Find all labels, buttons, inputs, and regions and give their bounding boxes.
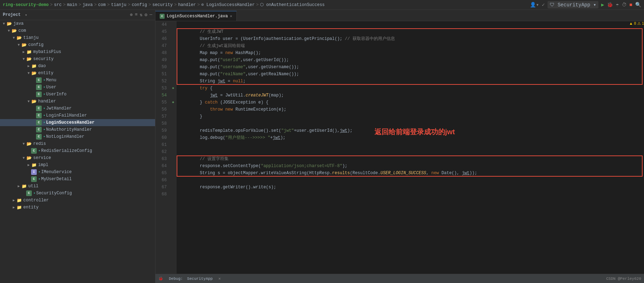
scope-icon[interactable]: ⊕: [130, 12, 133, 18]
line-num-66: 66: [158, 177, 167, 184]
label-user: User: [46, 85, 57, 90]
stop-button[interactable]: ■: [630, 2, 632, 8]
line-num-62: 62: [158, 148, 167, 155]
tree-item[interactable]: redis: [0, 140, 155, 147]
folder-icon-service: [26, 155, 32, 161]
breadcrumb-config[interactable]: config: [132, 2, 147, 7]
arrow-handler: [26, 100, 31, 104]
tab-bar: C LoginSuccessHandler.java ✕: [155, 10, 644, 21]
breadcrumb-main[interactable]: main: [67, 2, 77, 7]
debug-icon: 🐞: [158, 276, 163, 281]
debug-button[interactable]: 🐞: [607, 2, 613, 8]
visibility-icon-redisserializeconfig: •: [38, 149, 41, 153]
breadcrumb-class[interactable]: ⊙ LoginSuccessHandler: [201, 2, 255, 7]
code-line-51: map.put("realName",user.getRealName());: [179, 71, 641, 78]
label-imenuservice: IMenuService: [41, 170, 72, 175]
tree-item[interactable]: config: [0, 41, 155, 48]
tab-loginsuccesshandler[interactable]: C LoginSuccessHandler.java ✕: [155, 11, 237, 21]
tree-item[interactable]: C • Menu: [0, 77, 155, 84]
tree-item[interactable]: C • LoginFailHandler: [0, 112, 155, 119]
breadcrumb-security[interactable]: security: [152, 2, 173, 7]
collapse-all-icon[interactable]: ≡: [135, 12, 138, 18]
tab-close-button[interactable]: ✕: [230, 14, 232, 18]
tree-item[interactable]: java: [0, 20, 155, 27]
profile-icon[interactable]: 👤▾: [530, 2, 539, 8]
folder-icon-java: [6, 21, 12, 26]
breadcrumb-project[interactable]: ring-security-demo: [3, 2, 49, 7]
tree-item[interactable]: com: [0, 27, 155, 34]
line-num-49: 49: [158, 57, 167, 64]
code-line-61: [179, 141, 641, 148]
interface-icon-imenuservice: I: [31, 169, 37, 175]
line-num-53: 53: [158, 85, 167, 92]
tree-item[interactable]: C • MyUserDetail: [0, 176, 155, 183]
top-bar: ring-security-demo > src > main > java >…: [0, 0, 644, 10]
visibility-icon-user: •: [43, 85, 46, 89]
tree-item[interactable]: C • RedisSerializeConfig: [0, 147, 155, 154]
run-config-dropdown[interactable]: 🛡 SecurityApp ▾: [548, 1, 598, 8]
breadcrumb-method[interactable]: ⬡ onAuthenticationSuccess: [260, 2, 325, 7]
breadcrumb-com[interactable]: com: [98, 2, 106, 7]
tree-item[interactable]: handler: [0, 98, 155, 105]
sidebar-dropdown[interactable]: ▾: [25, 13, 27, 17]
close-debug-icon[interactable]: ✕: [218, 276, 221, 281]
tree-item[interactable]: service: [0, 154, 155, 161]
folder-icon-impl: [31, 162, 37, 168]
coverage-button[interactable]: ☂: [616, 2, 619, 8]
main-area: Project ▾ ⊕ ≡ ⇅ ⚙ — java com tianju: [0, 10, 644, 283]
tree-item[interactable]: controller: [0, 197, 155, 204]
tree-item[interactable]: mybatisPlus: [0, 48, 155, 55]
tree-item[interactable]: dao: [0, 63, 155, 70]
folder-icon-controller: [16, 197, 22, 203]
label-jwthandler: JwtHandler: [46, 106, 72, 111]
line-num-45: 45: [158, 28, 167, 35]
settings-icon[interactable]: ⚙: [144, 12, 147, 18]
run-button[interactable]: ▶: [601, 2, 604, 8]
bottom-right: CSDN @Perley620: [606, 277, 641, 281]
tree-item[interactable]: C • NoAuthorityHandler: [0, 126, 155, 133]
tree-item[interactable]: C • SecurityConfig: [0, 190, 155, 197]
line-num-55: 55: [158, 99, 167, 106]
code-line-53: try {: [179, 85, 641, 92]
folder-icon-handler: [31, 99, 37, 104]
class-icon-user: C: [36, 84, 42, 90]
tree-item[interactable]: entity: [0, 70, 155, 77]
profile-button[interactable]: ⏱: [622, 2, 627, 8]
visibility-icon-loginfailhandler: •: [43, 113, 46, 118]
breadcrumb-java[interactable]: java: [83, 2, 93, 7]
tree-item[interactable]: C • User: [0, 84, 155, 91]
vcs-icon[interactable]: ✓: [542, 2, 545, 8]
tab-label: LoginSuccessHandler.java: [167, 14, 228, 19]
class-icon-myuserdetail: C: [31, 176, 37, 182]
class-icon-loginsuccesshandler: C: [36, 120, 42, 125]
search-everywhere-icon[interactable]: 🔍: [635, 2, 641, 8]
sidebar-actions: ⊕ ≡ ⇅ ⚙ —: [130, 12, 152, 18]
gutter: ◆ ◆: [170, 21, 177, 274]
visibility-icon-loginsuccesshandler: •: [43, 120, 46, 125]
tree-item[interactable]: tianju: [0, 34, 155, 41]
tree-item[interactable]: C • NotLoginHandler: [0, 133, 155, 140]
arrow-security: [21, 57, 26, 61]
tree-item[interactable]: security: [0, 55, 155, 63]
breadcrumb-src[interactable]: src: [54, 2, 62, 7]
tree-item[interactable]: impl: [0, 161, 155, 169]
tree-item[interactable]: util: [0, 183, 155, 190]
class-icon-jwthandler: C: [36, 106, 42, 111]
tree-item[interactable]: I • IMenuService: [0, 169, 155, 176]
code-panel: 返回给前端登录成功的jwt ▲ 8 ⚠ 1 // 生成JWT UserInfo …: [177, 21, 644, 274]
tree-item[interactable]: entity: [0, 204, 155, 211]
breadcrumb-tianju[interactable]: tianju: [111, 2, 126, 7]
tree-item[interactable]: C • LoginSuccessHandler: [0, 119, 155, 126]
minimize-icon[interactable]: —: [149, 12, 152, 18]
expand-icon[interactable]: ⇅: [140, 12, 143, 18]
tree-item[interactable]: C • UserInfo: [0, 91, 155, 98]
line-num-58: 58: [158, 120, 167, 127]
line-num-46: 46: [158, 35, 167, 42]
code-line-63: // 设置字符集: [179, 155, 641, 163]
label-redisserializeconfig: RedisSerializeConfig: [41, 148, 92, 153]
line-num-60: 60: [158, 134, 167, 141]
tree-item[interactable]: C • JwtHandler: [0, 105, 155, 112]
sidebar-header: Project ▾ ⊕ ≡ ⇅ ⚙ —: [0, 10, 155, 20]
breadcrumb-handler[interactable]: handler: [178, 2, 196, 7]
folder-icon-com: [11, 28, 17, 34]
